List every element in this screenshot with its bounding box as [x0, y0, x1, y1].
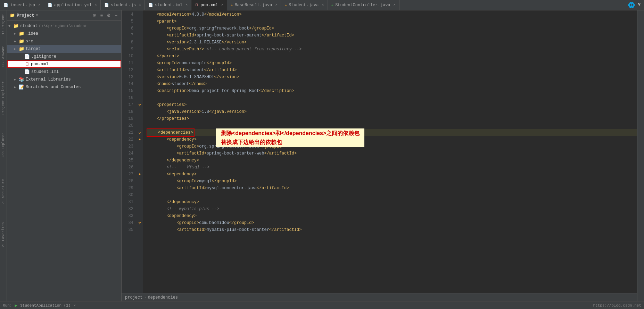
close-run-icon[interactable]: × [73, 303, 76, 308]
sidebar-action-btn-minus[interactable]: − [114, 12, 118, 18]
sidebar-actions: ⊞ ≡ ⚙ − [92, 12, 118, 18]
tree-icon-src: 📁 [19, 39, 24, 44]
code-line-28: <groupId>mysql</groupId> [147, 178, 637, 185]
tree-arrow-src: ▶ [14, 39, 19, 43]
tree-item-src[interactable]: ▶ 📁 src [7, 37, 121, 45]
gutter-10 [136, 53, 143, 60]
code-line-12: <artifactId>student</artifactId> [147, 67, 637, 74]
tab-close-studentcontroller[interactable]: × [394, 3, 396, 7]
tab-pom-xml[interactable]: 🗒 pom.xml × [191, 0, 227, 10]
run-label: Run: [3, 303, 12, 308]
gutter-30 [136, 192, 143, 199]
tag-version-1-close: </version> [222, 39, 247, 46]
line-num-34: 34 [122, 219, 133, 226]
text-groupId-dep3: com.baomidou [199, 219, 229, 226]
code-line-14: <name>student</name> [147, 81, 637, 87]
line-num-20: 20 [122, 122, 133, 129]
fold-icon-21[interactable]: ▽ [137, 131, 142, 135]
tab-student-iml[interactable]: 📄 student.iml × [145, 0, 191, 10]
tree-item-pom[interactable]: 🗒 pom.xml [7, 60, 121, 68]
gutter-area: ▽ ▽ ● ● [136, 10, 143, 293]
y-icon[interactable]: Y [638, 2, 641, 8]
tab-close-iml[interactable]: × [185, 3, 188, 7]
tab-close-student-java[interactable]: × [322, 3, 324, 7]
text-version-1: 2.3.1.RELEASE [189, 39, 222, 46]
tab-close-yml[interactable]: × [95, 3, 97, 7]
vtab-project[interactable]: 1: Project [1, 12, 6, 37]
tree-item-external-libs[interactable]: ▶ 📚 External Libraries [7, 76, 121, 83]
sidebar-title-text: Project [17, 13, 34, 18]
tree-item-target[interactable]: ▶ 📁 target [7, 45, 121, 53]
sidebar-tree: ▼ 📁 student F:\SpringBoot\student ▶ 📁 .i… [7, 21, 121, 301]
code-line-5: <parent> [147, 18, 637, 25]
code-line-17: <properties> [147, 101, 637, 108]
tree-label-idea: .idea [26, 31, 38, 36]
app-name[interactable]: StudentApplication (1) [20, 303, 71, 308]
breadcrumb-project[interactable]: project [125, 295, 142, 300]
code-line-27: <dependency> [147, 171, 637, 178]
dropdown-icon[interactable]: ▼ [36, 14, 38, 17]
vtab-structure[interactable]: 7: Structure [1, 177, 6, 206]
line-num-32: 32 [122, 206, 133, 212]
main-area: 1: Project DB Browser Project Explorer J… [0, 10, 644, 301]
tree-item-student-iml[interactable]: 📄 student.iml [7, 68, 121, 76]
line-num-35: 35 [122, 226, 133, 233]
tag-dependency-1-open: <dependency> [147, 136, 197, 143]
text-artifactId-dep1: spring-boot-starter-web [207, 150, 264, 157]
vtab-job-explorer[interactable]: Job Explorer [1, 131, 6, 160]
tab-close-insert[interactable]: × [38, 3, 40, 7]
text-version-2: 0.0.1-SNAPSHOT [179, 74, 214, 81]
line-num-23: 23 [122, 143, 133, 150]
line-num-21: 21 [122, 129, 133, 136]
breakpoint-22[interactable]: ● [139, 137, 141, 142]
tree-item-student[interactable]: ▼ 📁 student F:\SpringBoot\student [7, 22, 121, 30]
tag-groupId-dep1-open: <groupId> [147, 143, 199, 150]
tree-label-external-libs: External Libraries [26, 77, 71, 82]
tab-studentcontroller-java[interactable]: ☕ StudentController.java × [328, 0, 399, 10]
tab-icon-pom: 🗒 [195, 3, 199, 7]
vtab-db-browser[interactable]: DB Browser [1, 44, 6, 69]
gutter-8 [136, 39, 143, 46]
breakpoint-27[interactable]: ● [139, 172, 141, 176]
sidebar-action-btn-2[interactable]: ≡ [99, 12, 104, 18]
annotation-overlay: 删除<dependencies>和</dependencies>之间的依赖包 替… [216, 128, 364, 147]
tab-label-pom: pom.xml [200, 3, 218, 8]
text-artifactId-2: student [187, 67, 204, 74]
tab-label-baseresult: BaseResult.java [234, 3, 272, 8]
tab-application-yml[interactable]: 📄 application.yml × [44, 0, 101, 10]
gutter-17: ▽ [136, 101, 143, 108]
line-num-33: 33 [122, 212, 133, 219]
tab-close-pom[interactable]: × [221, 3, 223, 7]
sidebar-action-btn-1[interactable]: ⊞ [92, 12, 98, 18]
tab-icon-studentcontroller: ☕ [331, 3, 334, 7]
code-area[interactable]: <modelVersion>4.0.0</modelVersion> <pare… [143, 10, 637, 293]
fold-icon-34[interactable]: ▽ [137, 221, 142, 225]
tab-close-baseresult[interactable]: × [275, 3, 277, 7]
tree-item-idea[interactable]: ▶ 📁 .idea [7, 30, 121, 37]
chrome-icon[interactable]: 🌐 [628, 2, 635, 9]
code-line-15: <description>Demo project for Spring Boo… [147, 87, 637, 94]
code-line-20 [147, 122, 637, 129]
vtab-project-explorer[interactable]: Project Explorer [1, 79, 6, 117]
tab-baseresult-java[interactable]: ☕ BaseResult.java × [227, 0, 281, 10]
tab-student-js[interactable]: 📄 student.js × [101, 0, 145, 10]
tab-student-java[interactable]: ☕ Student.java × [281, 0, 328, 10]
tag-parent-close: </parent> [147, 53, 179, 60]
tree-icon-pom: 🗒 [25, 62, 30, 67]
tab-insert-jsp[interactable]: 📄 insert.jsp × [0, 0, 44, 10]
tab-close-js[interactable]: × [139, 3, 141, 7]
line-num-19: 19 [122, 115, 133, 122]
code-line-21: <dependencies> 删除<dependencies>和</depend… [147, 129, 637, 136]
breadcrumb-dependencies[interactable]: dependencies [148, 295, 178, 300]
status-url: https://blog.csdn.net [593, 303, 641, 308]
sidebar-action-btn-gear[interactable]: ⚙ [106, 12, 112, 18]
tree-item-gitignore[interactable]: 📄 .gitignore [7, 53, 121, 60]
tag-groupId-dep3-close: </groupId> [229, 219, 254, 226]
tree-item-scratches[interactable]: ▶ 📝 Scratches and Consoles [7, 83, 121, 91]
line-num-25: 25 [122, 157, 133, 164]
tree-icon-student: 📁 [13, 23, 19, 29]
fold-icon-17[interactable]: ▽ [137, 103, 142, 107]
vtab-favorites[interactable]: 2: Favorites [1, 220, 6, 249]
line-num-27: 27 [122, 171, 133, 178]
line-num-5: 5 [122, 18, 133, 25]
